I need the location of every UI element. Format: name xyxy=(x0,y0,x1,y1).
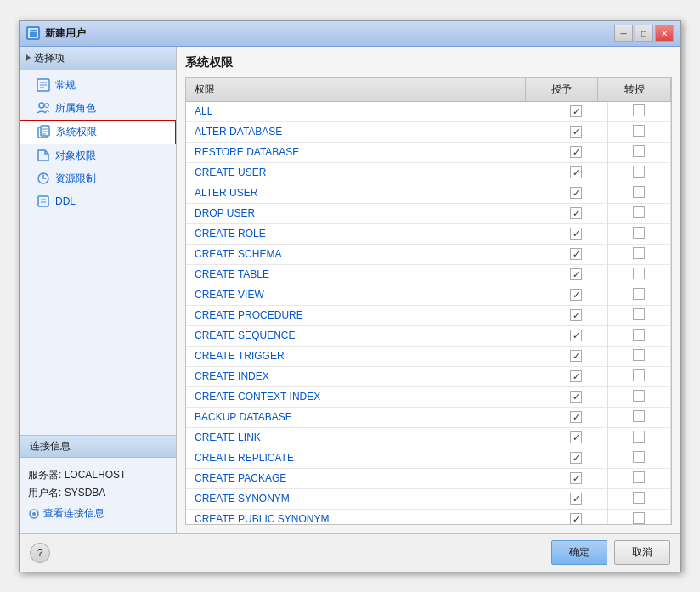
transfer-cell[interactable] xyxy=(607,407,670,427)
grant-checkbox[interactable] xyxy=(570,207,582,219)
transfer-cell[interactable] xyxy=(607,325,670,346)
transfer-checkbox[interactable] xyxy=(633,206,645,218)
sidebar-item-syspriv[interactable]: 系统权限 xyxy=(20,120,176,144)
transfer-cell[interactable] xyxy=(607,162,670,183)
transfer-cell[interactable] xyxy=(607,386,670,407)
grant-cell[interactable] xyxy=(545,203,607,223)
transfer-cell[interactable] xyxy=(607,488,670,509)
grant-checkbox[interactable] xyxy=(570,289,582,301)
grant-checkbox[interactable] xyxy=(570,166,582,178)
grant-checkbox[interactable] xyxy=(570,126,582,138)
grant-cell[interactable] xyxy=(545,346,607,366)
grant-cell[interactable] xyxy=(545,244,607,264)
transfer-checkbox[interactable] xyxy=(633,268,645,279)
grant-checkbox[interactable] xyxy=(570,146,582,158)
cancel-button[interactable]: 取消 xyxy=(614,540,670,565)
transfer-checkbox[interactable] xyxy=(633,390,645,402)
transfer-checkbox[interactable] xyxy=(633,431,645,443)
grant-checkbox[interactable] xyxy=(570,431,582,443)
grant-checkbox[interactable] xyxy=(570,391,582,403)
grant-cell[interactable] xyxy=(545,468,607,488)
transfer-cell[interactable] xyxy=(607,366,670,386)
grant-cell[interactable] xyxy=(545,305,607,325)
transfer-cell[interactable] xyxy=(607,102,670,122)
transfer-cell[interactable] xyxy=(607,305,670,325)
grant-cell[interactable] xyxy=(545,366,607,386)
transfer-checkbox[interactable] xyxy=(633,349,645,361)
grant-checkbox[interactable] xyxy=(570,370,582,382)
grant-checkbox[interactable] xyxy=(570,472,582,484)
grant-checkbox[interactable] xyxy=(570,268,582,280)
transfer-cell[interactable] xyxy=(607,264,670,285)
transfer-checkbox[interactable] xyxy=(633,329,645,341)
grant-checkbox[interactable] xyxy=(570,105,582,117)
transfer-checkbox[interactable] xyxy=(633,145,645,157)
sidebar-item-objpriv[interactable]: 对象权限 xyxy=(20,144,176,167)
grant-cell[interactable] xyxy=(545,183,607,203)
transfer-checkbox[interactable] xyxy=(633,512,645,524)
sidebar-item-general[interactable]: 常规 xyxy=(20,74,176,97)
close-button[interactable]: ✕ xyxy=(655,25,674,42)
sidebar-item-ddl[interactable]: DDL xyxy=(20,190,176,212)
help-button[interactable]: ? xyxy=(30,543,50,563)
grant-cell[interactable] xyxy=(545,142,607,162)
table-row: CREATE TABLE xyxy=(186,264,671,285)
transfer-checkbox[interactable] xyxy=(633,471,645,483)
transfer-checkbox[interactable] xyxy=(633,104,645,116)
transfer-checkbox[interactable] xyxy=(633,227,645,239)
grant-cell[interactable] xyxy=(545,121,607,142)
transfer-cell[interactable] xyxy=(607,244,670,264)
transfer-cell[interactable] xyxy=(607,203,670,223)
grant-cell[interactable] xyxy=(545,223,607,244)
transfer-checkbox[interactable] xyxy=(633,308,645,320)
grant-cell[interactable] xyxy=(545,427,607,448)
transfer-checkbox[interactable] xyxy=(633,451,645,463)
transfer-checkbox[interactable] xyxy=(633,369,645,381)
grant-checkbox[interactable] xyxy=(570,228,582,240)
confirm-button[interactable]: 确定 xyxy=(551,540,607,565)
minimize-button[interactable]: ─ xyxy=(614,25,633,42)
grant-cell[interactable] xyxy=(545,325,607,346)
grant-cell[interactable] xyxy=(545,162,607,183)
grant-cell[interactable] xyxy=(545,386,607,407)
transfer-checkbox[interactable] xyxy=(633,410,645,422)
sidebar-item-roles[interactable]: 所属角色 xyxy=(20,97,176,120)
grant-cell[interactable] xyxy=(545,264,607,285)
transfer-cell[interactable] xyxy=(607,448,670,468)
grant-checkbox[interactable] xyxy=(570,187,582,199)
transfer-checkbox[interactable] xyxy=(633,492,645,504)
grant-checkbox[interactable] xyxy=(570,411,582,423)
grant-checkbox[interactable] xyxy=(570,309,582,321)
grant-cell[interactable] xyxy=(545,285,607,305)
transfer-checkbox[interactable] xyxy=(633,166,645,178)
sidebar-item-syspriv-label: 系统权限 xyxy=(56,125,97,139)
transfer-checkbox[interactable] xyxy=(633,125,645,137)
grant-cell[interactable] xyxy=(545,488,607,509)
transfer-cell[interactable] xyxy=(607,142,670,162)
sidebar-item-resource[interactable]: 资源限制 xyxy=(20,167,176,190)
maximize-button[interactable]: □ xyxy=(635,25,653,42)
transfer-cell[interactable] xyxy=(607,468,670,488)
view-conn-link[interactable]: 查看连接信息 xyxy=(28,505,167,523)
grant-cell[interactable] xyxy=(545,102,607,122)
transfer-cell[interactable] xyxy=(607,346,670,366)
transfer-checkbox[interactable] xyxy=(633,288,645,300)
transfer-cell[interactable] xyxy=(607,121,670,142)
grant-checkbox[interactable] xyxy=(570,493,582,505)
grant-cell[interactable] xyxy=(545,448,607,468)
transfer-checkbox[interactable] xyxy=(633,186,645,198)
transfer-cell[interactable] xyxy=(607,183,670,203)
table-scroll-area[interactable]: ALLALTER DATABASERESTORE DATABASECREATE … xyxy=(186,102,671,524)
transfer-checkbox[interactable] xyxy=(633,247,645,259)
transfer-cell[interactable] xyxy=(607,223,670,244)
grant-checkbox[interactable] xyxy=(570,330,582,341)
grant-checkbox[interactable] xyxy=(570,248,582,260)
grant-checkbox[interactable] xyxy=(570,513,582,523)
grant-checkbox[interactable] xyxy=(570,452,582,464)
grant-cell[interactable] xyxy=(545,509,607,524)
transfer-cell[interactable] xyxy=(607,427,670,448)
transfer-cell[interactable] xyxy=(607,509,670,524)
grant-checkbox[interactable] xyxy=(570,350,582,362)
transfer-cell[interactable] xyxy=(607,285,670,305)
grant-cell[interactable] xyxy=(545,407,607,427)
